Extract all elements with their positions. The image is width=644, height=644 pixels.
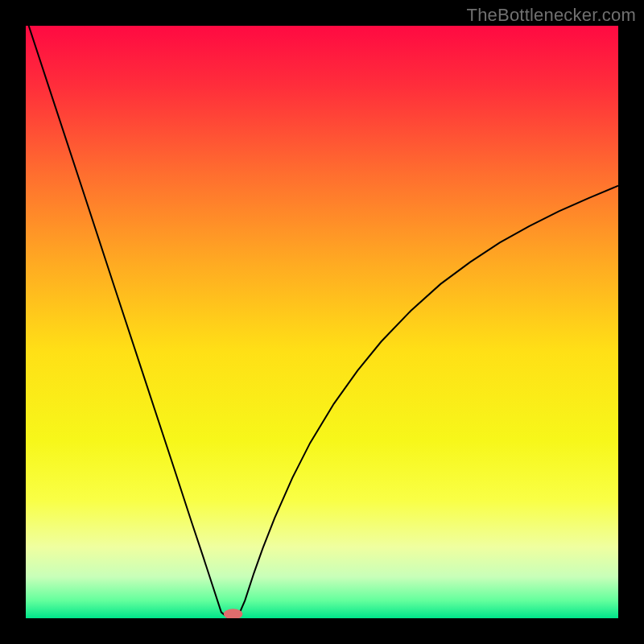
- bottleneck-chart: [26, 26, 618, 618]
- watermark-text: TheBottlenecker.com: [467, 5, 636, 26]
- plot-background: [26, 26, 618, 618]
- chart-frame: [26, 26, 618, 618]
